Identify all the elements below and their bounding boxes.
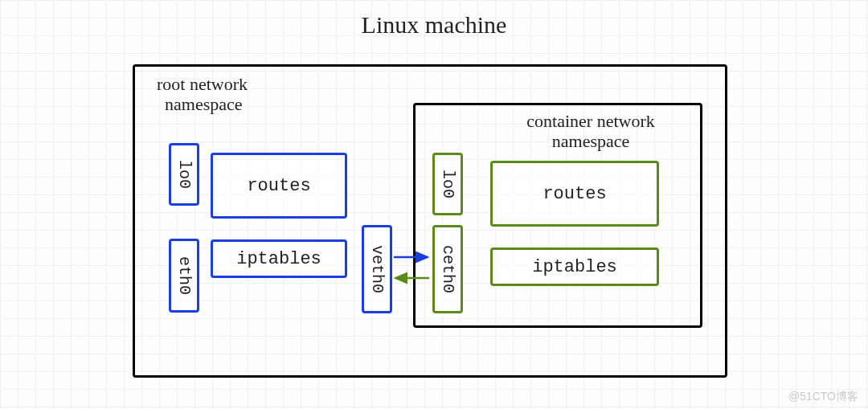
root-namespace-label-line1: root network [157,74,248,94]
root-lo0: lo0 [169,143,199,206]
veth0: veth0 [362,225,392,313]
container-iptables: iptables [490,247,659,286]
container-namespace-label-line2: namespace [552,131,630,151]
diagram-title: Linux machine [0,11,868,39]
diagram-canvas: Linux machine root network namespace lo0… [0,0,868,409]
arrow-veth-to-ceth [392,249,432,265]
container-lo0: lo0 [432,153,463,215]
root-iptables: iptables [211,239,347,278]
root-routes: routes [211,153,347,219]
watermark: @51CTO博客 [788,390,858,404]
root-namespace-label-line2: namespace [157,94,243,114]
arrow-ceth-to-veth [392,270,432,286]
container-routes: routes [490,161,659,227]
root-namespace-label: root network namespace [157,74,326,115]
root-eth0: eth0 [169,239,199,313]
container-namespace-label: container network namespace [490,111,691,152]
ceth0: ceth0 [432,225,463,313]
container-namespace-label-line1: container network [526,111,654,131]
